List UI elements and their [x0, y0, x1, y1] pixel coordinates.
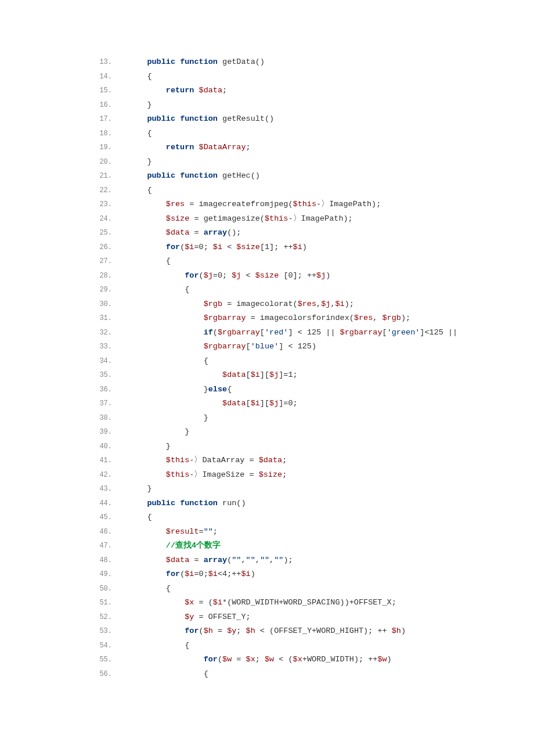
code-line: 19. return $DataArray; — [96, 141, 534, 155]
code-line: 23. $res = imagecreatefromjpeg($this-〉Im… — [96, 197, 534, 212]
code-content: { — [128, 582, 171, 596]
code-line: 37. $data[$i][$j]=0; — [96, 397, 534, 411]
line-number: 49. — [96, 567, 112, 582]
line-number: 50. — [96, 582, 112, 596]
line-number: 48. — [96, 553, 112, 568]
code-line: 52. $y = OFFSET_Y; — [96, 610, 534, 625]
code-line: 24. $size = getimagesize($this-〉ImagePat… — [96, 212, 534, 226]
line-number: 15. — [96, 84, 112, 98]
code-content: { — [128, 354, 208, 369]
code-content: { — [128, 254, 171, 269]
code-line: 48. $data = array("","","",""); — [96, 553, 534, 568]
line-number: 40. — [96, 440, 112, 454]
code-content: $y = OFFSET_Y; — [128, 610, 251, 625]
code-line: 42. $this-〉ImageSize = $size; — [96, 468, 534, 483]
line-number: 14. — [96, 70, 112, 84]
code-content: public function run() — [128, 496, 246, 511]
code-line: 36. }else{ — [96, 383, 534, 397]
code-line: 44. public function run() — [96, 496, 534, 511]
line-number: 44. — [96, 496, 112, 511]
code-line: 34. { — [96, 354, 534, 369]
code-content: $this-〉ImageSize = $size; — [128, 468, 287, 483]
code-line: 17. public function getResult() — [96, 112, 534, 127]
line-number: 17. — [96, 112, 112, 127]
line-number: 31. — [96, 311, 112, 326]
line-number: 28. — [96, 269, 112, 283]
line-number: 18. — [96, 127, 112, 141]
line-number: 46. — [96, 525, 112, 539]
line-number: 38. — [96, 411, 112, 426]
code-content: for($i=0;$i<4;++$i) — [128, 567, 255, 582]
line-number: 41. — [96, 453, 112, 468]
code-line: 13. public function getData() — [96, 55, 534, 70]
code-content: { — [128, 127, 152, 141]
code-content: } — [128, 482, 152, 496]
code-content: { — [128, 639, 189, 653]
line-number: 20. — [96, 155, 112, 170]
code-line: 47. //查找4个数字 — [96, 539, 534, 553]
code-line: 27. { — [96, 254, 534, 269]
code-line: 41. $this-〉DataArray = $data; — [96, 453, 534, 468]
code-content: public function getData() — [128, 55, 265, 70]
line-number: 30. — [96, 297, 112, 312]
code-line: 20. } — [96, 155, 534, 170]
line-number: 36. — [96, 383, 112, 397]
code-line: 56. { — [96, 667, 534, 682]
code-content: } — [128, 440, 171, 454]
line-number: 19. — [96, 141, 112, 155]
code-line: 54. { — [96, 639, 534, 653]
code-content: for($j=0; $j < $size [0]; ++$j) — [128, 269, 330, 283]
line-number: 54. — [96, 639, 112, 653]
line-number: 37. — [96, 397, 112, 411]
code-line: 16. } — [96, 98, 534, 113]
code-line: 33. $rgbarray['blue'] < 125) — [96, 340, 534, 354]
code-content: { — [128, 667, 208, 682]
line-number: 23. — [96, 197, 112, 212]
code-line: 31. $rgbarray = imagecolorsforindex($res… — [96, 311, 534, 326]
line-number: 22. — [96, 183, 112, 198]
line-number: 39. — [96, 425, 112, 440]
line-number: 35. — [96, 368, 112, 383]
code-content: for($h = $y; $h < (OFFSET_Y+WORD_HIGHT);… — [128, 624, 406, 639]
code-content: $rgbarray = imagecolorsforindex($res, $r… — [128, 311, 410, 326]
code-content: $data[$i][$j]=1; — [128, 368, 298, 383]
code-line: 14. { — [96, 70, 534, 84]
line-number: 25. — [96, 226, 112, 240]
code-block: 13. public function getData()14. {15. re… — [0, 0, 534, 681]
code-line: 21. public function getHec() — [96, 169, 534, 183]
line-number: 27. — [96, 254, 112, 269]
code-content: public function getResult() — [128, 112, 274, 127]
code-content: for($w = $x; $w < ($x+WORD_WIDTH); ++$w) — [128, 653, 392, 667]
line-number: 42. — [96, 468, 112, 483]
code-content: //查找4个数字 — [128, 539, 221, 553]
code-content: public function getHec() — [128, 169, 260, 183]
code-line: 40. } — [96, 440, 534, 454]
line-number: 29. — [96, 283, 112, 297]
line-number: 26. — [96, 240, 112, 255]
code-line: 15. return $data; — [96, 84, 534, 98]
line-number: 24. — [96, 212, 112, 226]
line-number: 47. — [96, 539, 112, 553]
code-line: 51. $x = ($i*(WORD_WIDTH+WORD_SPACING))+… — [96, 596, 534, 610]
code-line: 49. for($i=0;$i<4;++$i) — [96, 567, 534, 582]
line-number: 21. — [96, 169, 112, 183]
code-content: { — [128, 183, 152, 198]
line-number: 43. — [96, 482, 112, 496]
code-line: 32. if($rgbarray['red'] < 125 || $rgbarr… — [96, 326, 534, 340]
line-number: 33. — [96, 340, 112, 354]
code-content: } — [128, 425, 189, 440]
code-content: $rgb = imagecolorat($res,$j,$i); — [128, 297, 354, 312]
code-line: 22. { — [96, 183, 534, 198]
code-content: $data = array(); — [128, 226, 241, 240]
code-content: return $DataArray; — [128, 141, 251, 155]
code-line: 29. { — [96, 283, 534, 297]
code-content: $result=""; — [128, 525, 218, 539]
line-number: 45. — [96, 510, 112, 525]
code-content: $res = imagecreatefromjpeg($this-〉ImageP… — [128, 197, 381, 212]
code-content: $data[$i][$j]=0; — [128, 397, 298, 411]
line-number: 13. — [96, 55, 112, 70]
code-line: 46. $result=""; — [96, 525, 534, 539]
line-number: 16. — [96, 98, 112, 113]
code-content: { — [128, 510, 152, 525]
code-line: 30. $rgb = imagecolorat($res,$j,$i); — [96, 297, 534, 312]
